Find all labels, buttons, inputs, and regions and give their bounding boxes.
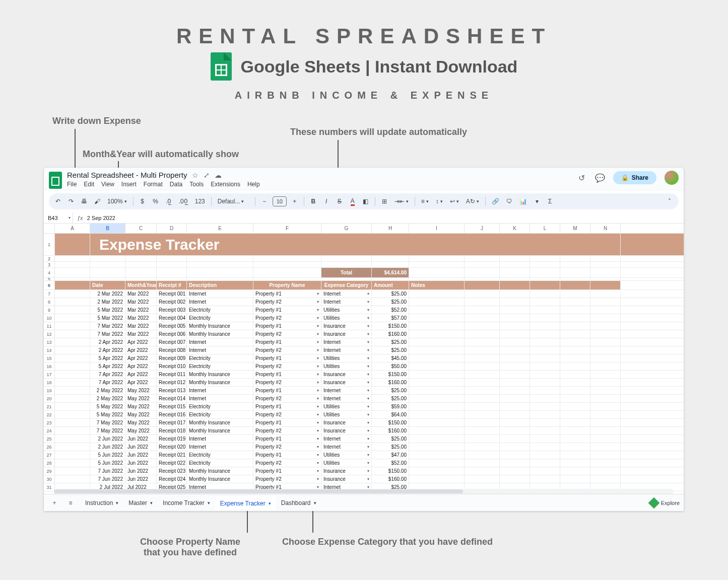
cell-receipt[interactable]: Receipt 014 xyxy=(157,395,187,402)
cell-date[interactable]: 2 Jun 2022 xyxy=(90,443,125,451)
cloud-status-icon[interactable]: ☁ xyxy=(215,171,222,179)
row-number[interactable]: 21 xyxy=(44,403,55,410)
cell-notes[interactable] xyxy=(409,314,465,322)
cell-notes[interactable] xyxy=(409,330,465,338)
increase-decimal-button[interactable]: .00̲ xyxy=(177,195,190,207)
column-header-E[interactable]: E xyxy=(187,224,253,233)
cell-receipt[interactable]: Receipt 008 xyxy=(157,346,187,354)
row-number[interactable]: 8 xyxy=(44,298,55,306)
cell-date[interactable]: 5 Jun 2022 xyxy=(90,451,125,459)
column-header-M[interactable]: M xyxy=(560,224,590,233)
cell-amount[interactable]: $25.00 xyxy=(372,387,409,394)
add-sheet-button[interactable]: + xyxy=(48,496,61,510)
cell-amount[interactable]: $160.00 xyxy=(372,427,409,434)
cell-date[interactable]: 7 Mar 2022 xyxy=(90,330,125,338)
row-number[interactable]: 3 xyxy=(44,262,55,267)
cell-amount[interactable]: $160.00 xyxy=(372,379,409,386)
column-header-G[interactable]: G xyxy=(321,224,372,233)
vertical-align-button[interactable]: ↕▾ xyxy=(434,195,445,207)
cell-amount[interactable]: $52.00 xyxy=(372,459,409,467)
cell-date[interactable]: 5 Apr 2022 xyxy=(90,362,125,370)
cell-amount[interactable]: $52.00 xyxy=(372,306,409,314)
cell-receipt[interactable]: Receipt 015 xyxy=(157,403,187,410)
share-button[interactable]: 🔒 Share xyxy=(613,171,656,184)
cell-category-dropdown[interactable]: Utilities xyxy=(321,354,372,362)
cell-description[interactable]: Monthly Insurance xyxy=(187,371,253,378)
cell-description[interactable]: Internet xyxy=(187,346,253,354)
horizontal-scrollbar[interactable] xyxy=(54,489,674,494)
cell-receipt[interactable]: Receipt 007 xyxy=(157,338,187,346)
cell-date[interactable]: 2 Apr 2022 xyxy=(90,346,125,354)
cell-date[interactable]: 2 Mar 2022 xyxy=(90,290,125,298)
cell-category-dropdown[interactable]: Internet xyxy=(321,435,372,443)
cell-notes[interactable] xyxy=(409,322,465,330)
cell-notes[interactable] xyxy=(409,362,465,370)
cell-property-dropdown[interactable]: Property #1 xyxy=(253,371,321,378)
horizontal-align-button[interactable]: ≡▾ xyxy=(419,195,431,207)
row-number[interactable]: 31 xyxy=(44,483,55,491)
functions-button[interactable]: Σ xyxy=(545,195,555,207)
cell-date[interactable]: 2 Jun 2022 xyxy=(90,435,125,443)
column-header-N[interactable]: N xyxy=(590,224,621,233)
cell-date[interactable]: 2 May 2022 xyxy=(90,395,125,402)
cell-amount[interactable]: $25.00 xyxy=(372,395,409,402)
cell-property-dropdown[interactable]: Property #2 xyxy=(253,395,321,402)
cell-amount[interactable]: $57.00 xyxy=(372,314,409,322)
cell-amount[interactable]: $150.00 xyxy=(372,419,409,426)
cell-category-dropdown[interactable]: Utilities xyxy=(321,362,372,370)
cell-notes[interactable] xyxy=(409,459,465,467)
cell-amount[interactable]: $25.00 xyxy=(372,435,409,443)
cell-category-dropdown[interactable]: Insurance xyxy=(321,379,372,386)
cell-description[interactable]: Monthly Insurance xyxy=(187,475,253,483)
cell-property-dropdown[interactable]: Property #1 xyxy=(253,387,321,394)
create-filter-button[interactable]: ▾ xyxy=(532,195,542,207)
cell-description[interactable]: Monthly Insurance xyxy=(187,379,253,386)
decrease-decimal-button[interactable]: .0̲ xyxy=(164,195,174,207)
cell-property-dropdown[interactable]: Property #1 xyxy=(253,306,321,314)
cell-date[interactable]: 7 May 2022 xyxy=(90,427,125,434)
menu-edit[interactable]: Edit xyxy=(84,181,94,188)
cell-notes[interactable] xyxy=(409,290,465,298)
account-avatar[interactable] xyxy=(665,171,679,185)
undo-button[interactable]: ↶ xyxy=(53,195,63,207)
insert-link-button[interactable]: 🔗 xyxy=(490,195,501,207)
comments-icon[interactable]: 💬 xyxy=(595,173,605,183)
cell-property-dropdown[interactable]: Property #2 xyxy=(253,411,321,418)
italic-button[interactable]: I xyxy=(321,195,332,207)
cell-property-dropdown[interactable]: Property #2 xyxy=(253,346,321,354)
cell-amount[interactable]: $160.00 xyxy=(372,475,409,483)
cell-amount[interactable]: $25.00 xyxy=(372,443,409,451)
cell-description[interactable]: Electricity xyxy=(187,451,253,459)
row-number[interactable]: 23 xyxy=(44,419,55,426)
borders-button[interactable]: ⊞ xyxy=(379,195,389,207)
cell-category-dropdown[interactable]: Internet xyxy=(321,395,372,402)
cell-date[interactable]: 2 May 2022 xyxy=(90,387,125,394)
cell-amount[interactable]: $25.00 xyxy=(372,338,409,346)
cell-amount[interactable]: $50.00 xyxy=(372,362,409,370)
history-icon[interactable]: ↺ xyxy=(577,173,587,183)
cell-description[interactable]: Internet xyxy=(187,338,253,346)
cell-amount[interactable]: $64.00 xyxy=(372,411,409,418)
sheet-tab-instruction[interactable]: Instruction▾ xyxy=(80,496,123,510)
name-box[interactable]: B43▾ xyxy=(44,212,73,223)
column-header-D[interactable]: D xyxy=(157,224,187,233)
cell-notes[interactable] xyxy=(409,354,465,362)
cell-property-dropdown[interactable]: Property #1 xyxy=(253,403,321,410)
all-sheets-button[interactable]: ≡ xyxy=(64,496,77,510)
row-number[interactable]: 25 xyxy=(44,435,55,443)
cell-description[interactable]: Electricity xyxy=(187,459,253,467)
row-number[interactable]: 22 xyxy=(44,411,55,418)
cell-description[interactable]: Internet xyxy=(187,290,253,298)
cell-notes[interactable] xyxy=(409,435,465,443)
menu-format[interactable]: Format xyxy=(144,181,163,188)
row-number[interactable]: 14 xyxy=(44,346,55,354)
column-header-C[interactable]: C xyxy=(125,224,157,233)
cell-receipt[interactable]: Receipt 005 xyxy=(157,322,187,330)
cell-description[interactable]: Electricity xyxy=(187,403,253,410)
cell-date[interactable]: 5 Mar 2022 xyxy=(90,314,125,322)
row-number[interactable]: 2 xyxy=(44,256,55,261)
cell-category-dropdown[interactable]: Internet xyxy=(321,443,372,451)
cell-date[interactable]: 5 Apr 2022 xyxy=(90,354,125,362)
cell-category-dropdown[interactable]: Insurance xyxy=(321,371,372,378)
font-size-input[interactable]: 10 xyxy=(273,196,287,206)
